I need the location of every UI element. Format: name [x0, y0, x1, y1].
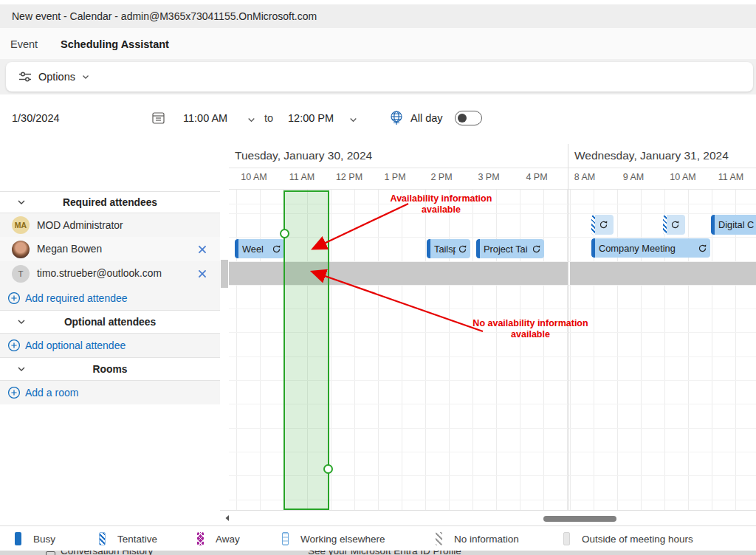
toggle-knob: [458, 114, 467, 123]
scroll-left-arrow[interactable]: [224, 514, 231, 522]
start-time-input[interactable]: 11:00 AM: [183, 112, 227, 124]
event-chip-tailspin[interactable]: Tailsp: [427, 239, 470, 258]
chevron-down-icon: [16, 197, 27, 207]
avatar: T: [12, 265, 30, 283]
attendee-row: Megan Bowen: [0, 237, 220, 261]
busy-swatch: [15, 532, 21, 545]
hour-label: 2 PM: [418, 172, 465, 187]
day-header: Tuesday, January 30, 2024: [235, 149, 372, 162]
annotation-availability-available: Availability information available: [369, 193, 513, 215]
hour-label: 1 PM: [371, 172, 419, 187]
hour-label: 9 AM: [610, 172, 657, 187]
legend-item-no-information: No information: [436, 526, 519, 551]
toolbar-card: Options: [6, 62, 753, 92]
horizontal-scrollbar-thumb[interactable]: [543, 516, 616, 522]
hour-label: 11 AM: [278, 172, 326, 187]
day-header: Wednesday, January 31, 2024: [574, 149, 729, 162]
event-chip-weekly[interactable]: Weel: [235, 239, 284, 258]
add-optional-attendee-row[interactable]: Add optional attendee: [0, 334, 220, 357]
selection-end-handle[interactable]: [323, 464, 333, 474]
tab-bar: Event Scheduling Assistant: [0, 28, 756, 59]
away-swatch: [197, 532, 204, 545]
tentative-swatch: [99, 532, 106, 545]
timezone-globe-icon[interactable]: [389, 110, 404, 126]
start-time-chevron-icon[interactable]: [247, 115, 256, 125]
hour-label: 10 AM: [230, 172, 278, 187]
calendar-picker-icon[interactable]: [151, 111, 165, 125]
chevron-down-icon: [16, 364, 27, 374]
event-chip-project[interactable]: Project Tai: [476, 239, 544, 258]
options-button[interactable]: Options: [18, 62, 90, 92]
recurrence-icon: [456, 244, 469, 254]
no-availability-band: [570, 262, 756, 285]
event-chip-tentative[interactable]: [591, 215, 614, 235]
annotation-no-availability: No availability information available: [458, 318, 602, 339]
recurrence-icon: [595, 220, 612, 230]
all-day-toggle[interactable]: [455, 111, 482, 125]
hour-label: 11 AM: [707, 172, 755, 187]
all-day-label: All day: [410, 112, 443, 124]
legend-item-away: Away: [197, 526, 240, 551]
attendee-name: timo.strueber@outlook.com: [37, 261, 162, 286]
hour-label: 10 AM: [659, 172, 707, 187]
recurrence-icon: [695, 244, 709, 253]
window-title-text: New event - Calendar - admin@M365x730411…: [12, 10, 317, 22]
event-chip-digital[interactable]: Digital C: [711, 215, 756, 235]
rooms-title: Rooms: [0, 364, 220, 375]
toolbar: Options: [0, 59, 756, 94]
recurrence-icon: [667, 220, 684, 230]
avatar: MA: [12, 216, 30, 234]
meeting-time-selection[interactable]: [284, 190, 329, 510]
hour-label: 12 PM: [326, 172, 373, 187]
optional-attendees-title: Optional attendees: [0, 317, 220, 328]
event-chip-company-meeting[interactable]: Company Meeting: [591, 238, 710, 258]
add-circle-icon: [7, 386, 21, 399]
remove-attendee-button[interactable]: [196, 244, 208, 255]
required-attendees-title: Required attendees: [0, 197, 220, 208]
hour-label: 3 PM: [465, 172, 512, 187]
end-time-chevron-icon[interactable]: [348, 115, 358, 125]
options-filter-icon: [18, 69, 32, 84]
no-availability-band: [229, 262, 568, 285]
rooms-header[interactable]: Rooms: [0, 357, 220, 381]
legend-item-tentative: Tentative: [99, 526, 157, 551]
tab-scheduling-assistant[interactable]: Scheduling Assistant: [61, 28, 169, 58]
avatar: [12, 241, 30, 258]
to-label: to: [264, 112, 273, 124]
attendee-name: Megan Bowen: [37, 237, 102, 261]
chevron-down-icon: [16, 317, 27, 327]
clipped-text: Conversation History: [61, 551, 153, 555]
selection-start-handle[interactable]: [280, 229, 289, 238]
remove-attendee-button[interactable]: [196, 268, 208, 280]
attendee-row: T timo.strueber@outlook.com: [0, 261, 220, 286]
availability-legend: Busy Tentative Away Working elsewhere No…: [0, 525, 756, 551]
required-attendees-header[interactable]: Required attendees: [0, 191, 220, 213]
event-chip-tentative[interactable]: [663, 215, 685, 235]
grid-bottom-border: [220, 510, 756, 511]
vertical-scrollbar-thumb[interactable]: [221, 260, 228, 288]
clipped-background-strip: Conversation History See your Microsoft …: [0, 551, 756, 555]
conversation-history-icon: [46, 551, 55, 555]
recurrence-icon: [269, 244, 283, 254]
attendee-name: MOD Administrator: [37, 213, 123, 237]
add-circle-icon: [7, 339, 21, 352]
working-elsewhere-swatch: [282, 532, 289, 545]
outside-hours-swatch: [563, 532, 570, 545]
add-room-link[interactable]: Add a room: [25, 381, 78, 404]
add-required-attendee-link[interactable]: Add required attendee: [25, 286, 128, 310]
add-room-row[interactable]: Add a room: [0, 381, 220, 404]
optional-attendees-header[interactable]: Optional attendees: [0, 310, 220, 334]
scheduling-assistant-window: New event - Calendar - admin@M365x730411…: [0, 0, 756, 555]
add-circle-icon: [7, 292, 21, 305]
window-title: New event - Calendar - admin@M365x730411…: [0, 4, 756, 28]
add-required-attendee-row[interactable]: Add required attendee: [0, 286, 220, 310]
date-input[interactable]: 1/30/2024: [12, 112, 60, 124]
no-information-swatch: [436, 532, 442, 545]
tab-event[interactable]: Event: [10, 28, 38, 58]
clipped-text: See your Microsoft Entra ID Profile: [308, 551, 461, 555]
end-time-input[interactable]: 12:00 PM: [288, 112, 334, 124]
legend-item-working-elsewhere: Working elsewhere: [282, 526, 385, 551]
options-label: Options: [38, 71, 75, 83]
add-optional-attendee-link[interactable]: Add optional attendee: [25, 334, 126, 357]
date-time-row: 1/30/2024 11:00 AM to 12:00 PM All day: [0, 94, 756, 144]
